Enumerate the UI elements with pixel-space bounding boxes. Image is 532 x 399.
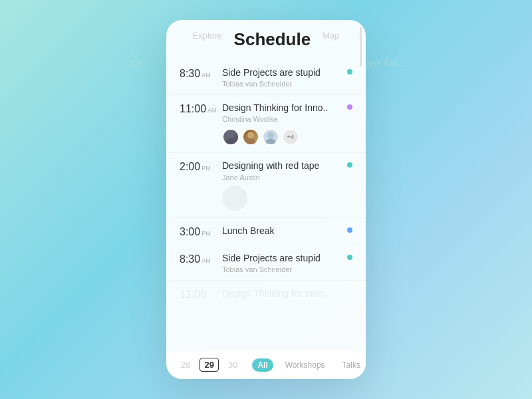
time-col: 8:30AM (180, 252, 219, 265)
event-speaker: Tobias van Schneider (222, 265, 347, 273)
schedule-item[interactable]: 2:00PM Designing with red tape Jane Aust… (166, 153, 366, 217)
time-col: 11:00AM (180, 102, 219, 115)
schedule-item[interactable]: 11:00AM Design Thinking for Inno.. Chris… (166, 95, 366, 153)
event-title: Designing with red tape (222, 160, 347, 172)
time-col: 8:30AM (180, 66, 219, 80)
schedule-item[interactable]: 8:30AM Side Projects are stupid Tobias v… (166, 245, 366, 281)
content-col: Designing with red tape Jane Austin (219, 160, 347, 210)
filter-talks[interactable]: Talks (337, 358, 366, 372)
avatar[interactable] (242, 128, 259, 146)
status-dot (347, 255, 352, 260)
svg-point-5 (265, 139, 275, 146)
time-ampm: PM (201, 230, 211, 237)
event-title: Design Thinking for Inno.. (222, 102, 347, 114)
schedule-item[interactable]: 8:30AM Side Projects are stupid Tobias v… (166, 60, 366, 95)
svg-point-2 (247, 132, 254, 139)
svg-point-4 (267, 132, 274, 139)
top-nav: Explore Schedule Map (166, 20, 366, 53)
content-col: Design Thinking for Inno.. Christina Wod… (219, 102, 347, 146)
event-title: Lunch Break (222, 225, 347, 237)
bottom-bar: 28 29 30 All Workshops Talks Events (166, 350, 366, 379)
filter-workshops[interactable]: Workshops (280, 358, 331, 372)
time-ampm: PM (201, 165, 211, 172)
time-col: 2:00PM (180, 160, 219, 173)
time-col: 3:00PM (180, 225, 219, 238)
content-col: Design Thinking for Inno.. (219, 287, 352, 299)
filter-tabs: All Workshops Talks Events (252, 358, 366, 372)
time-hour: 11:00 (180, 289, 206, 300)
status-dot (347, 104, 352, 110)
avatar-count[interactable]: +4 (282, 128, 299, 146)
event-speaker: Tobias van Schneider (222, 80, 347, 88)
avatar[interactable] (222, 128, 239, 146)
status-dot (347, 69, 352, 74)
status-dot (347, 227, 352, 233)
avatar-group: +4 (222, 128, 347, 146)
time-hour: 8:30 (180, 253, 200, 265)
time-ampm: AM (201, 257, 211, 264)
content-col: Side Projects are stupid Tobias van Schn… (219, 252, 347, 273)
filter-all[interactable]: All (252, 358, 273, 372)
avatar[interactable] (262, 128, 279, 146)
event-speaker: Christina Wodtke (222, 115, 347, 123)
time-hour: 8:30 (180, 68, 200, 79)
nav-explore[interactable]: Explore (193, 31, 222, 48)
bg-nav-right: Live Tal... (361, 57, 406, 69)
time-ampm: AM (201, 72, 211, 78)
swipe-affordance (222, 186, 247, 211)
event-title: Side Projects are stupid (222, 66, 347, 78)
event-speaker: Jane Austin (222, 174, 347, 182)
nav-map[interactable]: Map (323, 31, 339, 48)
bg-nav-left: ore (126, 57, 142, 69)
date-tab-30[interactable]: 30 (224, 358, 241, 371)
content-col: Lunch Break (219, 225, 347, 237)
time-hour: 11:00 (180, 103, 206, 114)
time-ampm: AM (207, 107, 217, 114)
date-tabs: 28 29 30 (177, 358, 241, 372)
date-tab-28[interactable]: 28 (177, 358, 194, 371)
time-hour: 2:00 (180, 161, 200, 172)
status-dot (347, 162, 352, 168)
schedule-list: 8:30AM Side Projects are stupid Tobias v… (166, 55, 366, 350)
date-tab-29[interactable]: 29 (200, 358, 218, 372)
content-col: Side Projects are stupid Tobias van Schn… (219, 66, 347, 88)
schedule-card: Explore Schedule Map 8:30AM Side Project… (166, 20, 366, 379)
time-col: 11:00 (180, 287, 219, 301)
svg-point-1 (225, 139, 235, 146)
time-hour: 3:00 (180, 226, 200, 237)
event-title: Design Thinking for Inno.. (222, 287, 352, 299)
nav-schedule[interactable]: Schedule (234, 31, 311, 48)
svg-point-0 (227, 132, 234, 139)
event-title: Side Projects are stupid (222, 252, 347, 264)
schedule-item[interactable]: 3:00PM Lunch Break (166, 218, 366, 245)
svg-point-3 (245, 139, 255, 146)
schedule-item[interactable]: 11:00 Design Thinking for Inno.. (166, 281, 366, 307)
